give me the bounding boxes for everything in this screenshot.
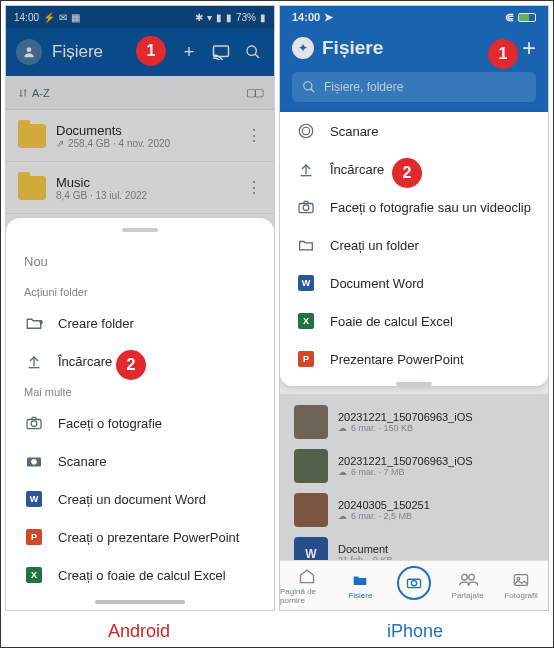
scan-icon	[296, 122, 316, 140]
tab-files[interactable]: Fișiere	[334, 561, 388, 610]
search-icon	[302, 80, 316, 94]
nav-handle	[95, 600, 185, 604]
create-excel-button[interactable]: X Creați o foaie de calcul Excel	[6, 556, 274, 594]
svg-point-23	[468, 574, 474, 580]
create-folder-button[interactable]: Creare folder	[6, 304, 274, 342]
create-word-button[interactable]: W Document Word	[280, 264, 548, 302]
tab-shared-label: Partajate	[452, 591, 484, 600]
tab-photos[interactable]: Fotografii	[494, 561, 548, 610]
sort-label: A-Z	[32, 87, 50, 99]
svg-line-3	[255, 54, 259, 58]
scan-button[interactable]: Scanare	[280, 112, 548, 150]
file-thumbnail	[294, 405, 328, 439]
search-input[interactable]: Fișiere, foldere	[292, 72, 536, 102]
file-name: Music	[56, 175, 236, 190]
view-grid-icon[interactable]: ▢▢	[246, 86, 262, 99]
flash-icon: ⚡	[43, 12, 55, 23]
take-photo-button[interactable]: Faceți o fotografie	[6, 404, 274, 442]
scan-icon	[24, 454, 44, 468]
cloud-icon: ☁	[338, 511, 347, 521]
svg-point-11	[31, 459, 37, 465]
more-icon[interactable]: ⋮	[246, 178, 262, 197]
file-row[interactable]: Documents ⇗258,4 GB · 4 nov. 2020 ⋮	[6, 110, 274, 162]
tab-home-label: Pagină de pornire	[280, 587, 334, 605]
iphone-screen: 14:00 ➤ ⋐ ✦ Fișiere + Fișiere, foldere	[279, 5, 549, 611]
message-icon: ✉	[59, 12, 67, 23]
svg-point-14	[302, 127, 310, 135]
iphone-status-bar: 14:00 ➤ ⋐	[280, 6, 548, 28]
take-photo-label: Faceți o fotografie sau un videoclip	[330, 200, 531, 215]
battery-icon: ▮	[260, 12, 266, 23]
sort-button[interactable]: A-Z	[18, 87, 50, 99]
file-row[interactable]: 20231221_150706963_iOS ☁6 mar. · 150 KB	[280, 400, 548, 444]
tab-camera[interactable]	[387, 561, 441, 610]
sheet-handle[interactable]	[122, 228, 158, 232]
signal-icon: ▮	[226, 12, 232, 23]
upload-label: Încărcare	[330, 162, 384, 177]
create-excel-label: Foaie de calcul Excel	[330, 314, 453, 329]
more-icon[interactable]: ⋮	[246, 126, 262, 145]
scan-button[interactable]: Scanare	[6, 442, 274, 480]
svg-point-21	[411, 581, 416, 586]
cast-icon[interactable]	[210, 44, 232, 60]
camera-icon	[397, 566, 431, 600]
create-ppt-button[interactable]: P Prezentare PowerPoint	[280, 340, 548, 378]
folder-icon	[296, 238, 316, 252]
iphone-file-list: 20231221_150706963_iOS ☁6 mar. · 150 KB …	[280, 394, 548, 584]
wifi-icon: ▾	[207, 12, 212, 23]
premium-icon[interactable]: ✦	[292, 37, 314, 59]
avatar[interactable]	[16, 39, 42, 65]
android-screen: 14:00 ⚡ ✉ ▦ ✱ ▾ ▮ ▮ 73% ▮ Fișie	[5, 5, 275, 611]
caption-iphone: iPhone	[277, 615, 553, 647]
search-icon[interactable]	[242, 44, 264, 60]
people-icon	[458, 571, 478, 589]
status-battery: 73%	[236, 12, 256, 23]
file-name: Documents	[56, 123, 236, 138]
folder-icon	[18, 176, 46, 200]
svg-point-2	[247, 46, 256, 55]
create-ppt-button[interactable]: P Creați o prezentare PowerPoint	[6, 518, 274, 556]
create-folder-label: Creați un folder	[330, 238, 419, 253]
svg-point-19	[303, 205, 309, 211]
create-word-label: Creați un document Word	[58, 492, 206, 507]
take-photo-button[interactable]: Faceți o fotografie sau un videoclip	[280, 188, 548, 226]
callout-badge-2: 2	[116, 350, 146, 380]
word-icon: W	[296, 275, 316, 291]
create-ppt-label: Creați o prezentare PowerPoint	[58, 530, 239, 545]
powerpoint-icon: P	[296, 351, 316, 367]
search-placeholder: Fișiere, foldere	[324, 80, 403, 94]
location-icon: ➤	[324, 11, 333, 24]
tab-shared[interactable]: Partajate	[441, 561, 495, 610]
svg-line-13	[311, 89, 315, 93]
wifi-icon: ⋐	[505, 11, 514, 24]
tab-home[interactable]: Pagină de pornire	[280, 561, 334, 610]
create-folder-button[interactable]: Creați un folder	[280, 226, 548, 264]
upload-label: Încărcare	[58, 354, 112, 369]
file-name: 20231221_150706963_iOS	[338, 455, 534, 467]
iphone-add-menu: Scanare Încărcare 2 Faceți o fotografie …	[280, 112, 548, 386]
sheet-handle[interactable]	[396, 382, 432, 386]
cloud-icon: ☁	[338, 423, 347, 433]
powerpoint-icon: P	[24, 529, 44, 545]
sheet-title: Nou	[6, 242, 274, 280]
excel-icon: X	[296, 313, 316, 329]
file-meta: 258,4 GB · 4 nov. 2020	[68, 138, 170, 149]
add-button[interactable]: +	[178, 42, 200, 63]
create-excel-button[interactable]: X Foaie de calcul Excel	[280, 302, 548, 340]
create-word-button[interactable]: W Creați un document Word	[6, 480, 274, 518]
callout-badge-2: 2	[392, 158, 422, 188]
svg-rect-24	[515, 575, 528, 586]
scan-label: Scanare	[330, 124, 378, 139]
file-row[interactable]: 20231221_150706963_iOS ☁6 mar. · 7 MB	[280, 444, 548, 488]
battery-icon	[518, 13, 536, 22]
scan-label: Scanare	[58, 454, 106, 469]
file-row[interactable]: Music 8,4 GB · 13 iul. 2022 ⋮	[6, 162, 274, 214]
add-button[interactable]: +	[522, 34, 536, 62]
signal-icon: ▮	[216, 12, 222, 23]
svg-point-9	[31, 421, 37, 427]
file-row[interactable]: 20240305_150251 ☁6 mar. · 2,5 MB	[280, 488, 548, 532]
folder-plus-icon	[24, 315, 44, 331]
excel-icon: X	[24, 567, 44, 583]
status-time: 14:00	[292, 11, 320, 23]
image-icon	[513, 571, 529, 589]
